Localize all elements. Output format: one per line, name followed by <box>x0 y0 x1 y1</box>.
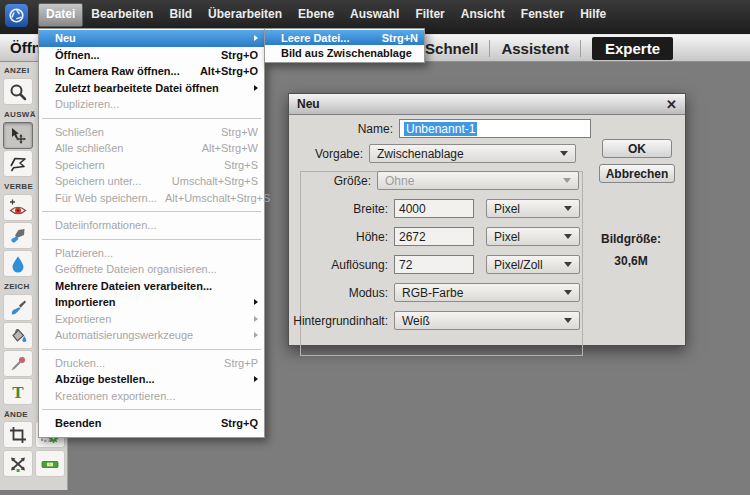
hintergrund-row: Hintergrundinhalt: Weiß <box>289 311 685 330</box>
menu-separator <box>42 239 261 240</box>
menu-item-beenden[interactable]: Beenden Strg+Q <box>39 415 264 432</box>
straighten-tool-button[interactable] <box>35 450 65 477</box>
recompose-icon <box>8 454 28 474</box>
submenu-arrow-icon <box>254 35 258 41</box>
menubar-item-ansicht[interactable]: Ansicht <box>453 3 513 25</box>
groesse-label: Größe: <box>289 174 377 188</box>
healing-brush-tool-button[interactable] <box>3 222 33 249</box>
menu-item-mehrere-dateien[interactable]: Mehrere Dateien verarbeiten... <box>39 278 264 295</box>
shortcut: Strg+S <box>216 159 258 171</box>
menubar-item-bild[interactable]: Bild <box>161 3 200 25</box>
crop-icon <box>8 425 28 445</box>
dropdown-arrow-icon <box>564 262 572 267</box>
groesse-row: Größe: Ohne <box>289 171 685 190</box>
hoehe-label: Höhe: <box>289 230 394 244</box>
menu-separator <box>42 349 261 350</box>
lasso-icon <box>8 154 28 174</box>
menubar-item-filter[interactable]: Filter <box>407 3 452 25</box>
lasso-tool-button[interactable] <box>3 150 33 177</box>
hintergrund-dropdown[interactable]: Weiß <box>394 311 580 330</box>
tab-assistent[interactable]: Assistent <box>501 40 569 57</box>
dropdown-arrow-icon <box>560 151 568 156</box>
close-icon[interactable]: ✕ <box>666 98 677 111</box>
dropdown-arrow-icon <box>564 290 572 295</box>
dropdown-arrow-icon <box>564 206 572 211</box>
blur-tool-button[interactable] <box>3 250 33 277</box>
menubar-item-hilfe[interactable]: Hilfe <box>572 3 614 25</box>
type-tool-button[interactable]: T <box>3 378 33 405</box>
red-eye-tool-button[interactable] <box>3 194 33 221</box>
eyedropper-tool-button[interactable] <box>3 350 33 377</box>
menu-item-platzieren: Platzieren... <box>39 245 264 262</box>
menu-item-fuer-web-speichern: Für Web speichern... Alt+Umschalt+Strg+S <box>39 190 264 207</box>
menu-separator <box>42 409 261 410</box>
tab-separator <box>580 40 581 57</box>
eyedropper-icon <box>8 354 28 374</box>
breite-input[interactable]: 4000 <box>394 199 474 218</box>
hoehe-input[interactable]: 2672 <box>394 227 474 246</box>
shortcut: Alt+Strg+W <box>194 142 258 154</box>
level-icon <box>40 454 60 474</box>
vorgabe-dropdown[interactable]: Zwischenablage <box>369 144 576 163</box>
aufloesung-input[interactable]: 72 <box>394 255 474 274</box>
menubar-item-fenster[interactable]: Fenster <box>513 3 572 25</box>
modus-dropdown[interactable]: RGB-Farbe <box>394 283 580 302</box>
submenu-arrow-icon <box>254 376 258 382</box>
paint-bucket-tool-button[interactable] <box>3 322 33 349</box>
modus-label: Modus: <box>289 286 394 300</box>
tab-schnell[interactable]: Schnell <box>425 40 478 57</box>
menu-item-zuletzt-bearbeitet[interactable]: Zuletzt bearbeitete Datei öffnen <box>39 80 264 97</box>
menu-item-speichern: Speichern Strg+S <box>39 157 264 174</box>
move-icon <box>8 126 28 146</box>
crop-tool-button[interactable] <box>3 421 33 448</box>
menu-item-neu[interactable]: Neu <box>39 30 264 47</box>
aufloesung-unit-dropdown[interactable]: Pixel/Zoll <box>486 255 580 274</box>
menu-item-oeffnen[interactable]: Öffnen... Strg+O <box>39 47 264 64</box>
aufloesung-row: Auflösung: 72 Pixel/Zoll <box>289 255 685 274</box>
recompose-tool-button[interactable] <box>3 450 33 477</box>
type-icon: T <box>8 382 28 402</box>
dialog-titlebar[interactable]: Neu ✕ <box>289 94 685 115</box>
menubar-item-auswahl[interactable]: Auswahl <box>342 3 407 25</box>
submenu-arrow-icon <box>254 316 258 322</box>
shortcut: Strg+Q <box>213 417 258 429</box>
submenu-arrow-icon <box>254 332 258 338</box>
move-tool-button[interactable] <box>3 122 33 149</box>
menubar-item-datei[interactable]: Datei <box>38 3 83 27</box>
menu-item-dateiinformationen: Dateiinformationen... <box>39 217 264 234</box>
shortcut: Strg+N <box>374 32 418 44</box>
menu-item-speichern-unter: Speichern unter... Umschalt+Strg+S <box>39 173 264 190</box>
tab-experte[interactable]: Experte <box>592 37 673 60</box>
dropdown-arrow-icon <box>564 318 572 323</box>
shortcut: Strg+W <box>213 126 258 138</box>
menu-separator <box>42 211 261 212</box>
healing-brush-icon <box>8 226 28 246</box>
menu-item-abzuege-bestellen[interactable]: Abzüge bestellen... <box>39 371 264 388</box>
menu-item-dateien-organisieren: Geöffnete Dateien organisieren... <box>39 261 264 278</box>
modus-row: Modus: RGB-Farbe <box>289 283 685 302</box>
brush-tool-button[interactable] <box>3 294 33 321</box>
name-input[interactable]: Unbenannt-1 <box>399 119 591 138</box>
menu-item-schliessen: Schließen Strg+W <box>39 124 264 141</box>
hoehe-row: Höhe: 2672 Pixel <box>289 227 685 246</box>
dialog-title: Neu <box>297 97 320 111</box>
hoehe-unit-dropdown[interactable]: Pixel <box>486 227 580 246</box>
submenu-item-leere-datei[interactable]: Leere Datei... Strg+N <box>265 30 424 45</box>
breite-label: Breite: <box>289 202 394 216</box>
menubar-item-bearbeiten[interactable]: Bearbeiten <box>83 3 161 25</box>
menubar-item-ueberarbeiten[interactable]: Überarbeiten <box>200 3 290 25</box>
menu-item-automatisierungswerkzeuge: Automatisierungswerkzeuge <box>39 327 264 344</box>
neu-submenu: Leere Datei... Strg+N Bild aus Zwischena… <box>264 28 425 63</box>
zoom-tool-button[interactable] <box>3 78 33 105</box>
menu-item-importieren[interactable]: Importieren <box>39 294 264 311</box>
aufloesung-label: Auflösung: <box>289 258 394 272</box>
menubar-item-ebene[interactable]: Ebene <box>290 3 342 25</box>
submenu-item-bild-aus-zwischenablage[interactable]: Bild aus Zwischenablage <box>265 45 424 60</box>
menu-item-duplizieren: Duplizieren... <box>39 96 264 113</box>
breite-unit-dropdown[interactable]: Pixel <box>486 199 580 218</box>
menu-item-camera-raw[interactable]: In Camera Raw öffnen... Alt+Strg+O <box>39 63 264 80</box>
water-drop-icon <box>8 254 28 274</box>
submenu-arrow-icon <box>254 85 258 91</box>
menu-item-kreationen-exportieren: Kreationen exportieren... <box>39 388 264 405</box>
hintergrund-label: Hintergrundinhalt: <box>289 314 394 328</box>
